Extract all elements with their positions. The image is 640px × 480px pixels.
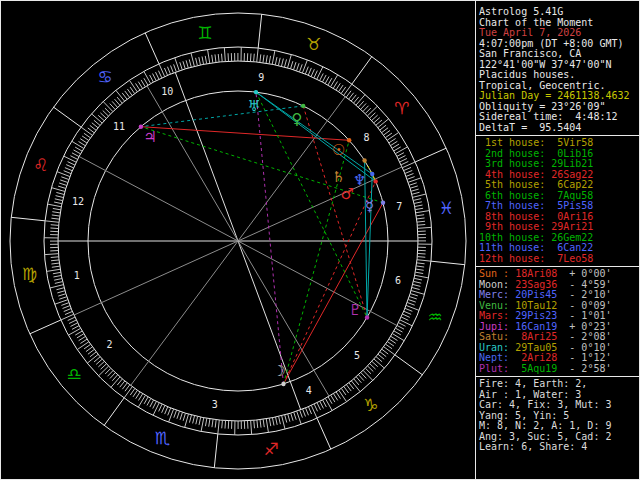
degree-tick bbox=[64, 156, 77, 162]
house-label: 11th house: bbox=[479, 242, 551, 253]
degree-tick bbox=[322, 75, 326, 82]
degree-tick bbox=[70, 156, 77, 160]
degree-tick bbox=[278, 58, 280, 66]
degree-tick bbox=[153, 401, 157, 408]
planet-label: Satu: bbox=[479, 331, 515, 342]
degree-tick bbox=[395, 328, 402, 332]
degree-tick bbox=[406, 174, 413, 177]
degree-tick bbox=[288, 414, 290, 422]
sign-glyph-taurus: ♉ bbox=[306, 34, 321, 54]
house-cusp-value: 29Lib21 bbox=[551, 158, 593, 169]
degree-tick bbox=[130, 389, 135, 396]
degree-tick bbox=[387, 132, 399, 140]
house-cusp-value: 5Pis58 bbox=[551, 200, 593, 211]
sign-boundary bbox=[53, 107, 81, 127]
degree-tick bbox=[51, 188, 64, 192]
house-cusp-section: 1st house: 5Vir58 2nd house: 0Lib16 3rd … bbox=[479, 138, 639, 264]
degree-tick bbox=[61, 303, 69, 306]
degree-tick bbox=[130, 87, 135, 94]
degree-tick bbox=[416, 215, 424, 216]
degree-tick bbox=[414, 278, 422, 280]
degree-tick bbox=[52, 212, 60, 213]
degree-tick bbox=[392, 334, 404, 341]
degree-tick bbox=[75, 331, 82, 335]
degree-tick bbox=[308, 407, 311, 414]
degree-tick bbox=[387, 342, 394, 346]
degree-tick bbox=[317, 403, 321, 410]
degree-tick bbox=[374, 359, 385, 368]
degree-tick bbox=[404, 167, 411, 170]
degree-tick bbox=[59, 183, 67, 185]
degree-tick bbox=[398, 323, 405, 327]
degree-tick bbox=[158, 71, 161, 78]
house-label: 4th house: bbox=[479, 169, 551, 180]
degree-tick bbox=[72, 141, 84, 148]
degree-tick bbox=[185, 414, 189, 427]
degree-tick bbox=[341, 87, 346, 94]
house-number-1: 1 bbox=[74, 270, 80, 281]
planet-marker-mars bbox=[373, 179, 377, 183]
degree-tick bbox=[325, 398, 332, 410]
degree-tick bbox=[68, 328, 80, 335]
wheel-chart: ♈♉♊♋♌♍♎♏♐♑♒♓123456789101112♆♄☉♀♅♃☽♇☿♂ bbox=[1, 1, 476, 480]
house-number-9: 9 bbox=[258, 72, 264, 83]
degree-tick bbox=[180, 412, 182, 420]
planet-marker-merc bbox=[381, 201, 385, 205]
degree-tick bbox=[391, 336, 398, 340]
degree-tick bbox=[269, 418, 270, 426]
degree-tick bbox=[218, 420, 219, 434]
degree-tick bbox=[405, 170, 412, 173]
degree-tick bbox=[212, 55, 213, 63]
sign-glyph-aquarius: ♒ bbox=[427, 307, 442, 327]
degree-tick bbox=[116, 90, 125, 101]
degree-tick bbox=[165, 407, 168, 414]
house-label: 10th house: bbox=[479, 232, 551, 243]
planet-position-value: 23Sag36 bbox=[515, 279, 557, 290]
degree-tick bbox=[311, 69, 314, 76]
degree-tick bbox=[81, 127, 92, 135]
summary-line: Learn: 6, Share: 4 bbox=[479, 442, 639, 453]
planet-position-value: 8Ari25 bbox=[515, 331, 557, 342]
degree-tick bbox=[411, 189, 419, 191]
degree-tick bbox=[346, 91, 351, 97]
house-cusp-value: 5Vir58 bbox=[551, 137, 593, 148]
degree-tick bbox=[331, 395, 335, 402]
planet-label: Nept: bbox=[479, 352, 515, 363]
planet-position-value: 29Tau05 bbox=[515, 342, 557, 353]
degree-tick bbox=[77, 334, 84, 338]
degree-tick bbox=[199, 417, 201, 425]
degree-tick bbox=[72, 153, 79, 157]
degree-tick bbox=[129, 80, 137, 92]
degree-tick bbox=[263, 55, 264, 63]
degree-tick bbox=[314, 71, 317, 78]
degree-tick bbox=[215, 54, 216, 62]
sign-boundary bbox=[145, 33, 159, 64]
degree-tick bbox=[183, 413, 185, 421]
degree-tick bbox=[415, 205, 423, 207]
house-cusp-value: 6Cap22 bbox=[551, 179, 593, 190]
house-number-8: 8 bbox=[363, 132, 369, 143]
degree-tick bbox=[53, 208, 61, 209]
degree-tick bbox=[50, 285, 64, 288]
degree-tick bbox=[63, 306, 70, 309]
degree-tick bbox=[138, 395, 145, 407]
planet-glyph-merc: ☿ bbox=[365, 197, 374, 215]
planet-latitude-value: + 0°23' bbox=[557, 321, 611, 332]
degree-tick bbox=[136, 392, 140, 399]
house-cusp-line bbox=[79, 156, 238, 241]
degree-tick bbox=[71, 323, 78, 327]
planet-label: Plut: bbox=[479, 363, 515, 374]
degree-tick bbox=[202, 56, 204, 64]
aspect-line-trine bbox=[256, 92, 367, 317]
degree-tick bbox=[150, 400, 154, 407]
planet-glyph-moon: ☽ bbox=[272, 362, 285, 380]
house-label: 2nd house: bbox=[479, 148, 551, 159]
degree-tick bbox=[65, 168, 72, 171]
degree-tick bbox=[416, 266, 424, 267]
degree-tick bbox=[86, 347, 92, 352]
degree-tick bbox=[66, 165, 73, 168]
planet-label: Moon: bbox=[479, 279, 515, 290]
degree-tick bbox=[416, 211, 430, 213]
sidebar: Astrolog 5.41GChart of the MomentTue Apr… bbox=[476, 1, 640, 480]
degree-tick bbox=[183, 61, 185, 69]
